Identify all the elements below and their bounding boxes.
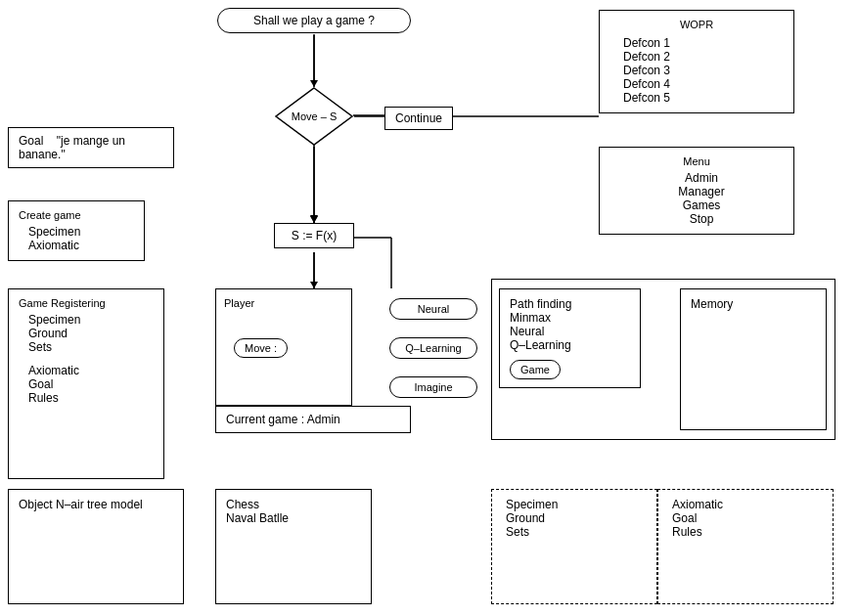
gr-item-4: Axiomatic [19, 364, 154, 377]
specimen-ground-sets-box: Specimen Ground Sets [491, 489, 657, 604]
svg-marker-13 [310, 282, 318, 288]
s-fx-label: S := F(x) [292, 229, 337, 242]
wopr-item-1: Defcon 1 [613, 36, 780, 50]
object-model-label: Object N–air tree model [19, 498, 173, 511]
svg-text:Move – S: Move – S [292, 110, 337, 122]
current-game-label: Current game : Admin [226, 413, 340, 426]
chess-item-1: Naval Batlle [226, 511, 361, 525]
menu-item-stop: Stop [613, 212, 780, 226]
menu-title: Menu [613, 155, 780, 167]
wopr-item-2: Defcon 2 [613, 50, 780, 64]
axiomatic-goal-rules-box: Axiomatic Goal Rules [657, 489, 834, 604]
agr-item-2: Rules [672, 525, 819, 539]
diamond-move-s: Move – S [274, 86, 354, 147]
agr-item-1: Goal [672, 511, 819, 525]
wopr-item-5: Defcon 5 [613, 91, 780, 105]
gr-item-5: Goal [19, 377, 154, 391]
create-game-item-1: Axiomatic [19, 239, 134, 252]
continue-label: Continue [395, 111, 442, 125]
wopr-item-3: Defcon 3 [613, 64, 780, 77]
object-model-box: Object N–air tree model [8, 489, 184, 604]
neural-button[interactable]: Neural [389, 298, 477, 320]
create-game-title: Create game [19, 209, 134, 221]
q-learning-button[interactable]: Q–Learning [389, 337, 477, 359]
q-learning-label: Q–Learning [405, 342, 462, 354]
sgs-item-2: Sets [506, 525, 643, 539]
neural-label: Neural [418, 303, 449, 315]
current-game-box: Current game : Admin [215, 406, 411, 433]
imagine-label: Imagine [414, 381, 452, 393]
gr-item-2: Sets [19, 340, 154, 354]
menu-item-games: Games [613, 198, 780, 212]
sgs-item-1: Ground [506, 511, 643, 525]
svg-marker-3 [310, 215, 318, 223]
agr-item-0: Axiomatic [672, 498, 819, 511]
player-box: Player Move : [215, 288, 352, 406]
move-button[interactable]: Move : [234, 338, 288, 358]
menu-box: Menu Admin Manager Games Stop [599, 147, 794, 235]
goal-box: Goal "je mange un banane." [8, 127, 174, 168]
menu-item-admin: Admin [613, 171, 780, 185]
sgs-item-0: Specimen [506, 498, 643, 511]
gr-item-6: Rules [19, 391, 154, 405]
wopr-box: WOPR Defcon 1 Defcon 2 Defcon 3 Defcon 4… [599, 10, 794, 113]
player-title: Player [224, 297, 343, 309]
move-label: Move : [245, 342, 277, 354]
svg-marker-11 [310, 216, 318, 223]
s-fx-box: S := F(x) [274, 223, 354, 248]
chess-box: Chess Naval Batlle [215, 489, 372, 604]
start-box: Shall we play a game ? [217, 8, 411, 33]
game-registering-title: Game Registering [19, 297, 154, 309]
outer-algo-box [491, 279, 835, 440]
imagine-button[interactable]: Imagine [389, 376, 477, 398]
wopr-item-4: Defcon 4 [613, 77, 780, 91]
start-label: Shall we play a game ? [253, 14, 375, 27]
continue-box: Continue [384, 107, 453, 130]
create-game-box: Create game Specimen Axiomatic [8, 200, 145, 261]
goal-label: Goal [19, 134, 43, 148]
wopr-title: WOPR [613, 19, 780, 30]
menu-item-manager: Manager [613, 185, 780, 198]
gr-item-0: Specimen [19, 313, 154, 327]
game-registering-box: Game Registering Specimen Ground Sets Ax… [8, 288, 164, 479]
gr-item-1: Ground [19, 327, 154, 340]
create-game-item-0: Specimen [19, 225, 134, 239]
diagram: Shall we play a game ? Move – S Continue… [0, 0, 857, 616]
chess-item-0: Chess [226, 498, 361, 511]
